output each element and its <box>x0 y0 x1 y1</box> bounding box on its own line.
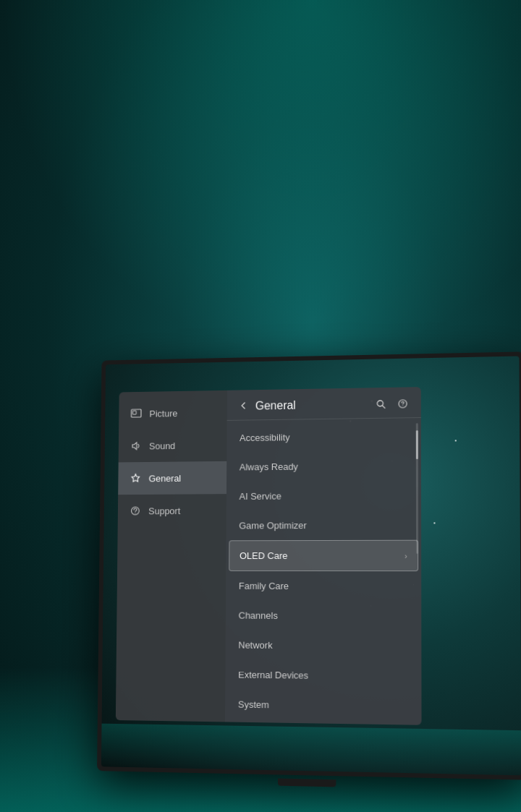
sidebar-item-picture[interactable]: Picture <box>119 396 227 430</box>
chevron-right-icon: › <box>404 551 407 560</box>
menu-item-always-ready[interactable]: Always Ready <box>226 450 421 482</box>
picture-icon <box>130 407 143 420</box>
menu-item-game-optimizer[interactable]: Game Optimizer <box>226 510 422 540</box>
menu-item-network[interactable]: Network <box>226 630 422 662</box>
menu-item-oled-care[interactable]: OLED Care › <box>229 540 418 571</box>
panel-header: General <box>227 387 421 421</box>
menu-label-family-care: Family Care <box>239 581 289 591</box>
sidebar-item-support[interactable]: Support <box>118 494 226 527</box>
tv-stand <box>278 778 336 787</box>
menu-item-accessibility[interactable]: Accessibility <box>226 421 421 453</box>
svg-rect-1 <box>132 411 136 414</box>
svg-point-3 <box>135 513 135 513</box>
menu-list: Accessibility Always Ready AI Service Ga… <box>225 418 422 725</box>
menu-label-system: System <box>238 699 269 711</box>
ui-overlay: Picture Sound <box>116 387 422 725</box>
menu-label-accessibility: Accessibility <box>240 432 290 443</box>
sidebar-label-picture: Picture <box>149 408 177 419</box>
sound-icon <box>130 440 142 453</box>
menu-label-always-ready: Always Ready <box>240 461 298 473</box>
scroll-indicator <box>416 423 418 554</box>
sidebar-item-sound[interactable]: Sound <box>119 429 227 463</box>
panel-icons <box>374 397 409 411</box>
help-button[interactable] <box>397 397 410 410</box>
menu-item-channels[interactable]: Channels <box>226 601 422 632</box>
sidebar-label-support: Support <box>148 505 180 516</box>
svg-line-5 <box>382 406 385 409</box>
menu-label-game-optimizer: Game Optimizer <box>239 520 307 531</box>
back-button[interactable] <box>238 401 248 413</box>
menu-label-ai-service: AI Service <box>240 491 281 502</box>
menu-item-system[interactable]: System <box>225 689 422 722</box>
sidebar-label-general: General <box>149 473 182 484</box>
general-icon <box>130 472 142 485</box>
bg-glow-top <box>0 0 521 362</box>
sidebar-label-sound: Sound <box>149 440 175 451</box>
scroll-thumb <box>416 430 418 459</box>
svg-point-7 <box>402 405 403 406</box>
menu-item-family-care[interactable]: Family Care <box>226 571 421 602</box>
sidebar-item-general[interactable]: General <box>118 461 226 495</box>
tv-screen: Picture Sound <box>101 356 521 776</box>
menu-item-external-devices[interactable]: External Devices <box>225 659 421 691</box>
menu-label-oled-care: OLED Care <box>240 550 287 561</box>
search-button[interactable] <box>374 398 387 411</box>
menu-label-external-devices: External Devices <box>238 670 308 681</box>
panel-title: General <box>255 398 368 412</box>
tv-reflection <box>101 724 521 776</box>
sidebar: Picture Sound <box>116 390 227 722</box>
support-icon <box>129 505 141 518</box>
tv-frame: Picture Sound <box>97 351 521 779</box>
menu-label-network: Network <box>238 640 272 651</box>
general-panel: General <box>225 387 422 725</box>
menu-item-ai-service[interactable]: AI Service <box>226 480 421 511</box>
menu-label-channels: Channels <box>239 610 278 621</box>
